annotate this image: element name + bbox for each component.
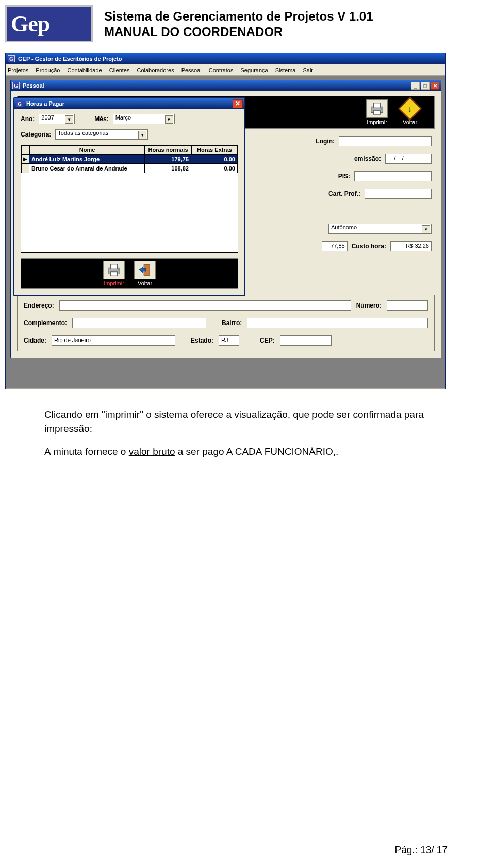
menu-contabilidade[interactable]: Contabilidade <box>67 67 102 73</box>
svg-point-3 <box>381 108 382 110</box>
printer-icon <box>106 263 122 277</box>
ano-select[interactable]: 2007 <box>39 114 75 124</box>
cell-nome: Bruno Cesar do Amaral de Andrade <box>29 164 145 173</box>
horas-grid[interactable]: Nome Horas normais Horas Extras ▶ André … <box>21 145 238 253</box>
menu-producao[interactable]: Produção <box>36 67 60 73</box>
cidade-label: Cidade: <box>24 337 46 344</box>
custohora-label: Custo hora: <box>352 243 386 250</box>
col-selector <box>21 145 29 155</box>
app-window: G GEP - Gestor de Escritórios de Projeto… <box>5 53 446 389</box>
menu-projetos[interactable]: Projetos <box>8 67 28 73</box>
pessoal-titlebar[interactable]: G Pessoal _ □ ✕ <box>11 80 441 91</box>
voltar-button[interactable]: ↓ Voltar <box>399 99 421 125</box>
login-input[interactable] <box>339 136 432 146</box>
estado-label: Estado: <box>191 337 213 344</box>
cell-extras: 0,00 <box>191 164 238 173</box>
mes-label: Mês: <box>94 115 108 123</box>
categoria-select[interactable]: Todas as categorias <box>55 129 148 140</box>
doc-title-line1: Sistema de Gerenciamento de Projetos V 1… <box>104 9 373 24</box>
paragraph-1: Clicando em "imprimir" o sistema oferece… <box>44 408 451 435</box>
col-nome[interactable]: Nome <box>29 145 145 155</box>
cell-nome: André Luiz Martins Jorge <box>29 155 145 164</box>
menu-sair[interactable]: Sair <box>303 67 313 73</box>
mdi-area: G Pessoal _ □ ✕ <box>6 76 446 389</box>
address-group: Endereço: Número: Complemento: Bairro: <box>17 295 435 351</box>
page-footer: Pág.: 13/ 17 <box>395 844 448 856</box>
svg-rect-1 <box>374 103 381 108</box>
horas-imprimir-label: Imprimir <box>104 280 124 286</box>
cep-input[interactable]: _____-___ <box>280 335 332 346</box>
estado-input[interactable]: RJ <box>219 335 239 346</box>
app-titlebar: G GEP - Gestor de Escritórios de Projeto <box>6 53 446 64</box>
imprimir-button[interactable]: IImprimirmprimir <box>366 99 388 125</box>
minimize-button[interactable]: _ <box>411 82 420 90</box>
svg-rect-2 <box>374 111 381 114</box>
cidade-input[interactable]: Rio de Janeiro <box>52 335 175 346</box>
bairro-input[interactable] <box>247 318 428 328</box>
cell-extras: 0,00 <box>191 155 238 164</box>
numero-label: Número: <box>356 302 382 309</box>
paragraph-2: A minuta fornece o valor bruto a ser pag… <box>44 445 451 459</box>
menu-colaboradores[interactable]: Colaboradores <box>137 67 174 73</box>
maximize-button[interactable]: □ <box>421 82 430 90</box>
svg-rect-6 <box>111 272 118 276</box>
svg-rect-5 <box>111 264 118 269</box>
horas-close-button[interactable]: ✕ <box>233 99 243 108</box>
body-paragraphs: Clicando em "imprimir" o sistema oferece… <box>44 408 451 459</box>
door-icon <box>137 263 153 277</box>
custohora-field: R$ 32,26 <box>390 241 432 251</box>
endereco-label: Endereço: <box>24 302 54 309</box>
close-button[interactable]: ✕ <box>431 82 439 90</box>
cell-normais: 108,82 <box>145 164 191 173</box>
col-normais[interactable]: Horas normais <box>145 145 191 155</box>
logo: Gep <box>5 5 93 42</box>
horas-titlebar[interactable]: G Horas a Pagar ✕ <box>14 98 244 109</box>
horas-title: Horas a Pagar <box>26 100 64 107</box>
bairro-label: Bairro: <box>222 319 242 327</box>
valor1-field: 77,85 <box>322 241 348 251</box>
autonomo-select[interactable]: Autônomo <box>328 224 432 234</box>
cartprof-input[interactable] <box>365 189 432 199</box>
endereco-input[interactable] <box>59 300 351 311</box>
menu-bar[interactable]: Projetos Produção Contabilidade Clientes… <box>6 64 446 76</box>
col-extras[interactable]: Horas Extras <box>191 145 238 155</box>
emissao-input[interactable]: __/__/____ <box>385 154 432 164</box>
table-row[interactable]: ▶ André Luiz Martins Jorge 179,75 0,00 <box>21 155 238 164</box>
pessoal-icon: G <box>12 82 20 89</box>
numero-input[interactable] <box>387 300 428 311</box>
cartprof-label: Cart. Prof.: <box>328 190 360 197</box>
screenshot-container: G GEP - Gestor de Escritórios de Projeto… <box>5 53 446 389</box>
complemento-input[interactable] <box>72 318 206 328</box>
ano-label: Ano: <box>21 115 35 123</box>
horas-toolbar: Imprimir Voltar <box>21 258 238 289</box>
doc-header: Gep Sistema de Gerenciamento de Projetos… <box>0 0 495 46</box>
menu-seguranca[interactable]: Segurança <box>240 67 268 73</box>
table-row[interactable]: Bruno Cesar do Amaral de Andrade 108,82 … <box>21 164 238 173</box>
horas-voltar-button[interactable]: Voltar <box>134 261 156 286</box>
categoria-label: Categoria: <box>21 131 51 138</box>
cep-label: CEP: <box>260 337 275 344</box>
row-indicator-icon <box>21 164 29 173</box>
emissao-label: emissão: <box>354 155 381 162</box>
pis-label: PIS: <box>338 173 350 180</box>
menu-pessoal[interactable]: Pessoal <box>182 67 202 73</box>
back-diamond-icon: ↓ <box>398 97 421 120</box>
app-icon: G <box>8 55 15 62</box>
complemento-label: Complemento: <box>24 319 67 327</box>
menu-clientes[interactable]: Clientes <box>109 67 130 73</box>
mes-select[interactable]: Março <box>113 114 175 124</box>
imprimir-label: IImprimirmprimir <box>367 119 387 125</box>
printer-icon <box>369 102 385 115</box>
app-title: GEP - Gestor de Escritórios de Projeto <box>18 56 122 62</box>
horas-dialog: G Horas a Pagar ✕ Ano: 2007 Mês: Março C… <box>13 97 245 296</box>
svg-point-7 <box>118 269 119 271</box>
horas-icon: G <box>16 100 23 107</box>
menu-sistema[interactable]: Sistema <box>275 67 296 73</box>
row-indicator-icon: ▶ <box>21 155 29 164</box>
pis-input[interactable] <box>354 171 432 181</box>
horas-voltar-label: Voltar <box>138 280 152 286</box>
doc-title-line2: MANUAL DO COORDENADOR <box>104 25 373 39</box>
cell-normais: 179,75 <box>145 155 191 164</box>
menu-contratos[interactable]: Contratos <box>209 67 234 73</box>
horas-imprimir-button[interactable]: Imprimir <box>103 261 125 286</box>
